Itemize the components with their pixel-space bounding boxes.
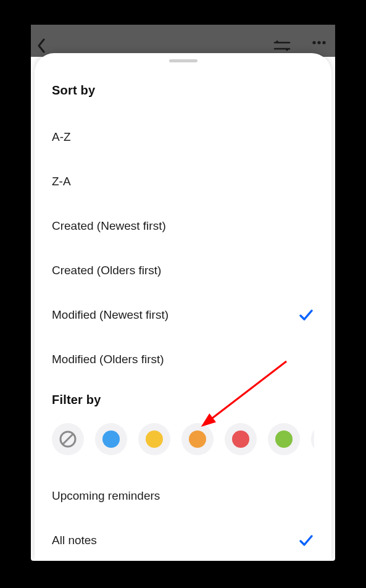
sort-option-modified-newest[interactable]: Modified (Newest first) [52, 293, 314, 337]
color-filter-red[interactable] [225, 423, 257, 455]
color-dot [102, 430, 120, 448]
sort-option-label: Z-A [52, 175, 314, 188]
color-filter-purple[interactable] [311, 423, 314, 455]
sort-toggle-icon[interactable] [273, 40, 291, 51]
sort-option-label: Modified (Olders first) [52, 353, 314, 366]
color-filter-row [52, 422, 314, 474]
color-dot [232, 430, 249, 448]
color-dot [146, 430, 163, 448]
checkmark-icon [298, 307, 314, 323]
svg-line-8 [63, 434, 73, 444]
sort-option-za[interactable]: Z-A [52, 159, 314, 204]
filter-option-all-notes[interactable]: All notes [52, 518, 314, 561]
color-filter-none[interactable] [52, 423, 84, 455]
color-filter-yellow[interactable] [138, 423, 170, 455]
color-dot [275, 430, 293, 448]
sort-option-created-newest[interactable]: Created (Newest first) [52, 204, 314, 248]
color-filter-blue[interactable] [95, 423, 127, 455]
filter-option-label: All notes [52, 534, 298, 547]
sort-option-az[interactable]: A-Z [52, 115, 314, 159]
color-dot [189, 430, 206, 448]
sort-option-label: Created (Olders first) [52, 264, 314, 277]
svg-point-5 [317, 41, 320, 44]
sort-option-modified-oldest[interactable]: Modified (Olders first) [52, 337, 314, 382]
bottom-sheet: Sort by A-Z Z-A Created (Newest first) C… [35, 53, 331, 561]
svg-marker-1 [275, 40, 280, 43]
svg-marker-3 [285, 48, 289, 51]
sort-option-label: Created (Newest first) [52, 219, 314, 233]
back-icon[interactable] [37, 38, 46, 53]
filter-option-label: Upcoming reminders [52, 489, 314, 503]
underlay-toolbar [31, 25, 335, 57]
filter-section-title: Filter by [52, 393, 314, 407]
sort-option-label: A-Z [52, 130, 314, 144]
color-filter-orange[interactable] [181, 423, 214, 455]
color-filter-green[interactable] [268, 423, 300, 455]
sort-option-label: Modified (Newest first) [52, 308, 298, 322]
sort-section-title: Sort by [52, 83, 314, 98]
svg-point-6 [322, 41, 325, 44]
sort-option-created-oldest[interactable]: Created (Olders first) [52, 248, 314, 293]
checkmark-icon [298, 532, 314, 548]
filter-option-upcoming[interactable]: Upcoming reminders [52, 474, 314, 518]
svg-point-4 [312, 41, 315, 44]
more-icon[interactable] [312, 40, 326, 51]
